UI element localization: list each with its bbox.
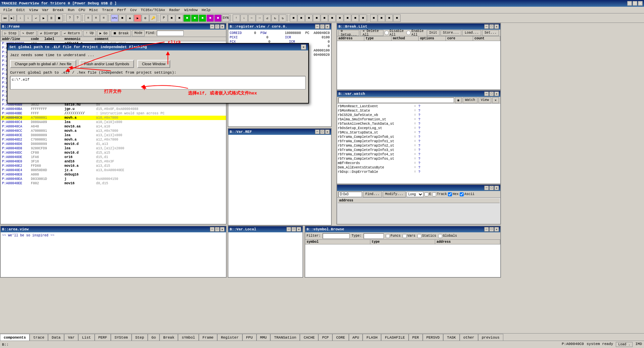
tb-b11[interactable]: 🔑 bbox=[149, 14, 157, 22]
varref-pane-close[interactable]: ✕ bbox=[325, 129, 330, 134]
break-pane-maximize[interactable]: □ bbox=[489, 24, 494, 29]
tb-return[interactable]: ↩ bbox=[32, 14, 40, 22]
tab-perf[interactable]: PERF bbox=[95, 334, 111, 341]
varlocal-maximize[interactable]: □ bbox=[291, 227, 296, 232]
tb-b3[interactable]: ≡ bbox=[85, 14, 92, 22]
tb-go[interactable]: ▶ bbox=[40, 14, 47, 22]
tb-b19[interactable]: ■ bbox=[214, 14, 222, 22]
tb-b30[interactable]: ■ bbox=[359, 14, 367, 22]
tb-arrow-down[interactable]: ↓ bbox=[240, 14, 248, 22]
table-row[interactable]: P:A00040D6D0800099mov16.dd1,a13 bbox=[1, 142, 226, 146]
memory-e-checkbox[interactable]: E bbox=[424, 192, 431, 196]
tab-register[interactable]: Register bbox=[217, 334, 242, 341]
tb-arrow-left[interactable]: ← bbox=[248, 14, 256, 22]
watch-watch-btn[interactable]: Watch bbox=[463, 97, 477, 103]
watch-view-btn[interactable]: View bbox=[478, 97, 491, 103]
tb-b24[interactable]: ■ bbox=[313, 14, 320, 22]
break-init-btn[interactable]: Init bbox=[427, 30, 440, 36]
code-go-btn[interactable]: ▶ Go bbox=[97, 30, 110, 36]
tb-b4[interactable]: ≡ bbox=[92, 14, 100, 22]
menu-window[interactable]: Window bbox=[182, 7, 200, 13]
menu-cpu[interactable]: CPU bbox=[77, 7, 87, 13]
tb-b22[interactable]: ■ bbox=[297, 14, 305, 22]
tab-task[interactable]: TASK bbox=[443, 334, 459, 341]
tb-cpu[interactable]: CPU bbox=[111, 14, 118, 22]
table-row[interactable]: P:A00040DE1FA6or16d15,d1 bbox=[1, 155, 226, 159]
tb-b5[interactable]: ≡ bbox=[100, 14, 107, 22]
table-row[interactable]: P:A00040EEF802mov16d8,d15 bbox=[1, 181, 226, 186]
tab-previous[interactable]: previous bbox=[478, 334, 503, 341]
tb-b18[interactable]: ■ bbox=[206, 14, 214, 22]
tab-flash[interactable]: FLASH bbox=[363, 334, 381, 341]
code-break-btn[interactable]: ⏹ Break bbox=[111, 30, 131, 36]
dialog-close-button[interactable]: ✕ bbox=[301, 44, 306, 50]
tab-other[interactable]: other bbox=[460, 334, 478, 341]
memory-address-input[interactable] bbox=[338, 192, 362, 197]
tb-refresh2[interactable]: ↻ bbox=[271, 14, 279, 22]
table-row[interactable]: P:A00040C4D080AA09leaa10,[a10]x800 bbox=[1, 120, 226, 124]
tb-b15[interactable]: ■ bbox=[183, 14, 191, 22]
mem-pane-close[interactable]: ✕ bbox=[494, 186, 499, 190]
tb-arrow-up[interactable]: ↑ bbox=[233, 14, 240, 22]
area-pane-close[interactable]: ✕ bbox=[220, 227, 225, 232]
reg-pane-close[interactable]: ✕ bbox=[325, 24, 330, 29]
break-pane-close[interactable]: ✕ bbox=[494, 24, 499, 29]
varref-pane-maximize[interactable]: □ bbox=[320, 129, 325, 134]
break-delete-all-btn[interactable]: ✕ Delete All bbox=[360, 30, 383, 36]
code-over-btn[interactable]: ↷ Over bbox=[20, 30, 37, 36]
watch-btn[interactable]: ◉ bbox=[455, 97, 462, 103]
reg-pane-maximize[interactable]: □ bbox=[320, 24, 325, 29]
table-row[interactable]: P:A00040E03F16and16d15,#0x3F bbox=[1, 159, 226, 164]
tab-mmu[interactable]: MMU bbox=[257, 334, 271, 341]
tab-components[interactable]: components bbox=[0, 334, 30, 341]
tab-frame[interactable]: Frame bbox=[199, 334, 217, 341]
tb-b16[interactable]: ■ bbox=[191, 14, 198, 22]
tb-b21[interactable]: ■ bbox=[290, 14, 297, 22]
tab-symbol[interactable]: sYmbol bbox=[178, 334, 199, 341]
watch-clear-btn[interactable]: ✕ bbox=[492, 97, 499, 103]
tab-cache[interactable]: CACHE bbox=[300, 334, 318, 341]
tab-var[interactable]: Var bbox=[64, 334, 78, 341]
tb-b33[interactable]: ■ bbox=[385, 14, 393, 22]
watch-pane-minimize[interactable]: ─ bbox=[484, 91, 489, 96]
tb-step-over[interactable]: ↓ bbox=[25, 14, 32, 22]
table-row[interactable]: P:A00040D2C7000091movh.aa12,#0x7000 bbox=[1, 138, 226, 142]
tb-refresh3[interactable]: ↻ bbox=[279, 14, 286, 22]
table-row[interactable]: P:A00040CED0800009leaa13,[a13]x800 bbox=[1, 133, 226, 138]
tb-b32[interactable]: ■ bbox=[378, 14, 385, 22]
break-set-btn[interactable]: Set... bbox=[482, 30, 499, 36]
memory-hex-checkbox[interactable]: Hex bbox=[448, 192, 459, 196]
table-row[interactable]: P:A00040E2FFD60mov16.aa13,d15 bbox=[1, 164, 226, 168]
menu-var[interactable]: Var bbox=[40, 7, 51, 13]
break-enable-radio[interactable]: Enable All bbox=[406, 29, 426, 37]
minimize-button[interactable]: ─ bbox=[627, 1, 632, 6]
tab-fpu[interactable]: FPU bbox=[242, 334, 257, 341]
break-load-btn[interactable]: Load... bbox=[462, 30, 481, 36]
close-button[interactable]: ✕ bbox=[638, 1, 643, 6]
tab-step[interactable]: Step bbox=[132, 334, 148, 341]
tb-pause[interactable]: ⏸ bbox=[48, 14, 55, 22]
watch-pane-close[interactable]: ✕ bbox=[494, 91, 499, 96]
table-row[interactable]: P:A00040BEFFFF////////// : instruction w… bbox=[1, 111, 226, 116]
funcs-checkbox[interactable]: Funcs bbox=[386, 234, 401, 238]
tb-step-down[interactable]: ↓ bbox=[17, 14, 24, 22]
area-pane-minimize[interactable]: ─ bbox=[210, 227, 215, 232]
table-row[interactable]: P:A00040BAFFFFFFFFjge.ud15,#0x0F,0xA0000… bbox=[1, 107, 226, 111]
tb-b28[interactable]: ■ bbox=[344, 14, 351, 22]
tb-stop[interactable]: ⏹ bbox=[55, 14, 63, 22]
table-row[interactable]: P:A00040CAA640mov16.aaa14,a10 bbox=[1, 124, 226, 129]
tb-b1[interactable]: ? bbox=[66, 14, 74, 22]
menu-misc[interactable]: Misc bbox=[87, 7, 100, 13]
tb-b12[interactable]: P bbox=[160, 14, 168, 22]
table-row[interactable]: P:A00040E400050D8Djz.aa13,0xA00040EE bbox=[1, 168, 226, 172]
menu-file[interactable]: File bbox=[1, 7, 14, 13]
tab-break[interactable]: Break bbox=[159, 334, 178, 341]
tab-core[interactable]: CORE bbox=[332, 334, 349, 341]
statics-checkbox[interactable]: Statics bbox=[417, 234, 436, 238]
symbol-pane-minimize[interactable]: ─ bbox=[484, 227, 489, 232]
tb-b10[interactable]: ⚙ bbox=[142, 14, 149, 22]
tb-b13[interactable]: ■ bbox=[168, 14, 175, 22]
memory-modify-btn[interactable]: Modify... bbox=[383, 191, 406, 197]
menu-run[interactable]: Run bbox=[66, 7, 77, 13]
dialog-close-window-btn[interactable]: Close Window bbox=[137, 60, 170, 68]
